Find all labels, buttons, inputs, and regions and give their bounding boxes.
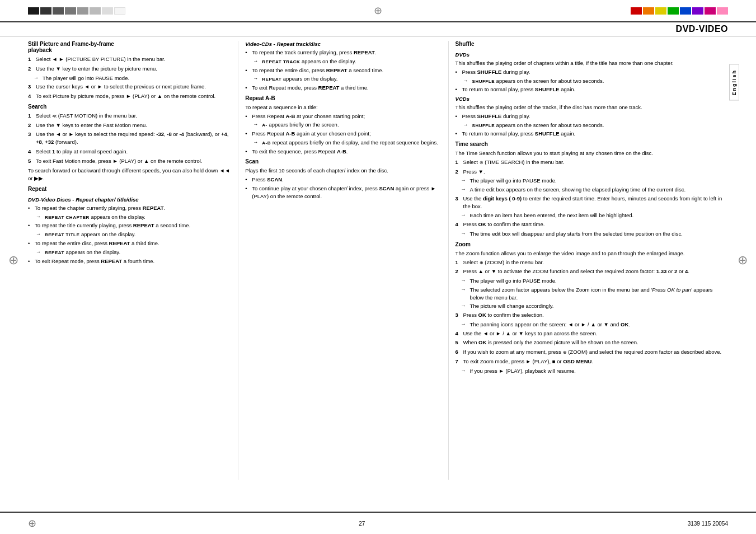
- color-square-5: [77, 7, 88, 15]
- scan-intro: Plays the first 10 seconds of each chapt…: [245, 167, 441, 175]
- still-item-3: 3 Use the cursor keys ◄ or ► to select t…: [28, 83, 231, 91]
- zoom-item-5: 5 When OK is pressed only the zoomed pic…: [456, 339, 728, 346]
- still-item-4: 4 To exit Picture by picture mode, press…: [28, 92, 231, 100]
- shuffle-bullet-2: • To return to normal play, press SHUFFL…: [456, 86, 728, 93]
- page-number: 27: [359, 521, 365, 527]
- page-wrapper: ⊕ DVD-VIDEO ⊕ Still Picture and Frame-by…: [0, 0, 756, 534]
- bottom-center-mark: ⊕: [28, 517, 36, 530]
- column-2: Video-CDs - Repeat track/disc • To repea…: [238, 41, 448, 480]
- zoom-arrow-2: → The selected zoom factor appears below…: [461, 286, 728, 302]
- right-registration-mark: ⊕: [738, 253, 748, 268]
- repeat-bullet-3: • To repeat the entire disc, press REPEA…: [28, 240, 231, 247]
- color-square-r8: [717, 7, 728, 15]
- repeat-bullet-1: • To repeat the chapter currently playin…: [28, 204, 231, 212]
- ab-bullet-3: • To exit the sequence, press Repeat A-B…: [245, 148, 441, 156]
- scan-heading: Scan: [245, 158, 441, 165]
- repeat-ab-intro: To repeat a sequence in a title:: [245, 104, 441, 111]
- search-item-5: 5 To exit Fast Motion mode, press ► (PLA…: [28, 157, 231, 165]
- shuffle-dvds-subheading: DVDs: [456, 51, 728, 58]
- ts-item-2: 2 Press ▼.: [456, 168, 728, 176]
- title-section: DVD-VIDEO: [0, 22, 756, 36]
- color-square-1: [28, 7, 39, 15]
- section-repeat-heading: Repeat: [28, 186, 231, 192]
- section-search-heading: Search: [28, 104, 231, 110]
- still-item-2: 2 Use the ▼ key to enter the picture by …: [28, 65, 231, 73]
- ab-arrow-2: → A-B repeat appears briefly on the disp…: [253, 139, 441, 147]
- repeat-vcd-subheading: Video-CDs - Repeat track/disc: [245, 41, 441, 47]
- ab-arrow-1: → A- appears briefly on the screen.: [253, 121, 441, 129]
- repeat-bullet-4: • To exit Repeat mode, press REPEAT a fo…: [28, 257, 231, 265]
- color-square-3: [53, 7, 64, 15]
- zoom-intro: The Zoom function allows you to enlarge …: [456, 250, 728, 257]
- search-note: To search forward or backward through di…: [28, 167, 231, 182]
- repeat-arrow-1: → repeat chapter appears on the display.: [36, 213, 231, 221]
- zoom-arrow-4: → The panning icons appear on the screen…: [461, 321, 728, 329]
- ts-arrow-3: → Each time an item has been entered, th…: [461, 212, 728, 219]
- color-square-r5: [680, 7, 691, 15]
- ts-arrow-2: → A time edit box appears on the screen,…: [461, 186, 728, 194]
- vcd-arrow-2: → repeat appears on the display.: [253, 75, 441, 83]
- section-still-picture-heading: Still Picture and Frame-by-frameplayback: [28, 41, 231, 53]
- zoom-arrow-5: → If you press ► (PLAY), playback will r…: [461, 367, 728, 375]
- color-square-2: [40, 7, 51, 15]
- scan-bullet-2: • To continue play at your chosen chapte…: [245, 185, 441, 200]
- color-square-r6: [692, 7, 703, 15]
- zoom-item-4: 4 Use the ◄ or ► / ▲ or ▼ keys to pan ac…: [456, 330, 728, 338]
- time-search-intro: The Time Search function allows you to s…: [456, 149, 728, 157]
- column-3: Shuffle DVDs This shuffles the playing o…: [448, 41, 728, 480]
- vcd-bullet-1: • To repeat the track currently playing,…: [245, 49, 441, 57]
- vcd-bullet-3: • To exit Repeat mode, press REPEAT a th…: [245, 84, 441, 92]
- repeat-dvd-subheading: DVD-Video Discs - Repeat chapter/ title/…: [28, 196, 231, 203]
- left-registration-mark: ⊕: [8, 253, 18, 268]
- zoom-arrow-1: → The player will go into PAUSE mode.: [461, 277, 728, 285]
- dvd-video-title: DVD-VIDEO: [676, 24, 728, 34]
- color-square-4: [65, 7, 76, 15]
- ts-arrow-4: → The time edit box will disappear and p…: [461, 230, 728, 238]
- product-code: 3139 115 20054: [688, 521, 728, 527]
- color-square-6: [90, 7, 101, 15]
- zoom-arrow-3: → The picture will change accordingly.: [461, 302, 728, 310]
- top-header: ⊕: [0, 0, 756, 22]
- ts-arrow-1: → The player will go into PAUSE mode.: [461, 177, 728, 185]
- color-square-r4: [668, 7, 679, 15]
- zoom-item-2: 2 Press ▲ or ▼ to activate the ZOOM func…: [456, 268, 728, 275]
- still-arrow-1: → The player will go into PAUSE mode.: [34, 74, 231, 82]
- vcd-bullet-2: • To repeat the entire disc, press REPEA…: [245, 67, 441, 74]
- shuffle-dvds-intro: This shuffles the playing order of chapt…: [456, 59, 728, 67]
- repeat-arrow-2: → repeat title appears on the display.: [36, 231, 231, 238]
- shuffle-vcds-intro: This shuffles the playing order of the t…: [456, 104, 728, 111]
- vcds-bullet-1: • Press SHUFFLE during play.: [456, 113, 728, 120]
- shuffle-vcds-subheading: VCDs: [456, 96, 728, 102]
- ts-item-1: 1 Select ⊙ (TIME SEARCH) in the menu bar…: [456, 158, 728, 166]
- shuffle-bullet-1: • Press SHUFFLE during play.: [456, 68, 728, 76]
- zoom-item-6: 6 If you wish to zoom at any moment, pre…: [456, 348, 728, 356]
- zoom-item-1: 1 Select ⊕ (ZOOM) in the menu bar.: [456, 259, 728, 266]
- vcds-bullet-2: • To return to normal play, press SHUFFL…: [456, 130, 728, 138]
- color-square-r3: [655, 7, 666, 15]
- color-bars-right: [631, 7, 728, 15]
- color-square-8: [114, 7, 125, 15]
- zoom-heading: Zoom: [456, 241, 728, 247]
- search-item-2: 2 Use the ▼ keys to enter the Fast Motio…: [28, 121, 231, 129]
- color-square-r1: [631, 7, 642, 15]
- vcds-arrow-1: → shuffle appears on the screen for abou…: [463, 121, 728, 129]
- search-item-1: 1 Select ≪ (FAST MOTION) in the menu bar…: [28, 112, 231, 120]
- scan-bullet-1: • Press SCAN.: [245, 176, 441, 184]
- english-sidebar-tab: English: [729, 64, 739, 101]
- color-square-r2: [643, 7, 654, 15]
- zoom-item-7: 7 To exit Zoom mode, press ► (PLAY), ■ o…: [456, 358, 728, 366]
- bottom-footer: ⊕ 27 3139 115 20054: [0, 512, 756, 534]
- zoom-item-3: 3 Press OK to confirm the selection.: [456, 311, 728, 319]
- time-search-heading: Time search: [456, 141, 728, 147]
- search-item-4: 4 Select 1 to play at normal speed again…: [28, 148, 231, 156]
- color-square-r7: [705, 7, 716, 15]
- ab-bullet-2: • Press Repeat A-B again at your chosen …: [245, 130, 441, 138]
- shuffle-arrow-1: → shuffle appears on the screen for abou…: [463, 77, 728, 85]
- ab-bullet-1: • Press Repeat A-B at your chosen starti…: [245, 113, 441, 120]
- repeat-bullet-2: • To repeat the title currently playing,…: [28, 222, 231, 229]
- body-section: ⊕ Still Picture and Frame-by-frameplayba…: [0, 36, 756, 484]
- color-bars-left: [28, 7, 125, 15]
- repeat-ab-heading: Repeat A-B: [245, 95, 441, 101]
- top-center-mark: ⊕: [374, 4, 382, 17]
- column-1: Still Picture and Frame-by-frameplayback…: [28, 41, 238, 480]
